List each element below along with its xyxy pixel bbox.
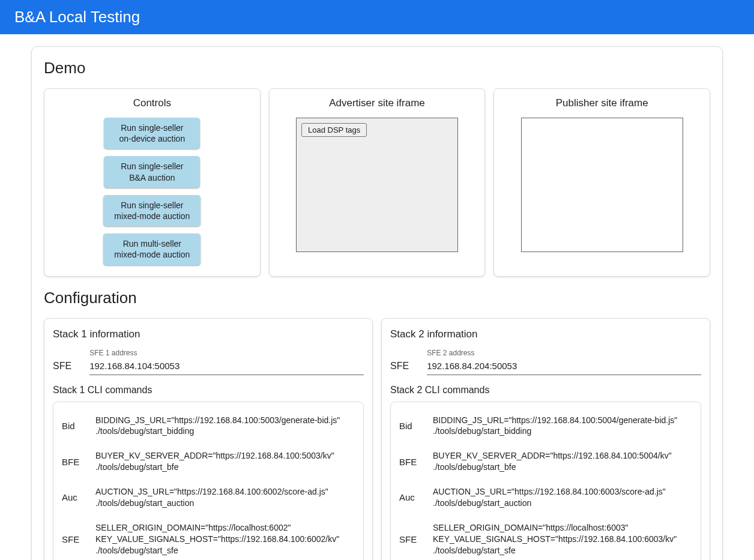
stack-1-cli-bfe: BFE BUYER_KV_SERVER_ADDR="https://192.16… bbox=[62, 444, 355, 480]
stack-2-sfe-label: SFE bbox=[390, 361, 409, 375]
run-single-seller-ondevice-button[interactable]: Run single-seller on-device auction bbox=[104, 118, 200, 149]
config-row: Stack 1 information SFE SFE 1 address St… bbox=[44, 318, 710, 561]
advertiser-panel: Advertiser site iframe Load DSP tags bbox=[269, 88, 486, 277]
cli-key: Bid bbox=[62, 421, 82, 431]
sfe-2-address-input[interactable] bbox=[427, 358, 701, 375]
app-title: B&A Local Testing bbox=[14, 8, 140, 26]
publisher-panel: Publisher site iframe bbox=[493, 88, 710, 277]
config-title: Configuration bbox=[44, 289, 710, 307]
stack-1-cli-box: Bid BIDDING_JS_URL="https://192.168.84.1… bbox=[53, 402, 364, 561]
run-single-seller-mixed-button[interactable]: Run single-seller mixed-mode auction bbox=[103, 195, 201, 226]
advertiser-title: Advertiser site iframe bbox=[278, 97, 477, 109]
publisher-iframe[interactable] bbox=[521, 118, 683, 252]
demo-row: Controls Run single-seller on-device auc… bbox=[44, 88, 710, 277]
publisher-title: Publisher site iframe bbox=[502, 97, 701, 109]
stack-2-addr-label: SFE 2 address bbox=[427, 349, 701, 357]
cli-val: AUCTION_JS_URL="https://192.168.84.100:6… bbox=[433, 486, 666, 509]
stack-1-info-title: Stack 1 information bbox=[53, 328, 364, 340]
cli-val: BUYER_KV_SERVER_ADDR="https://192.168.84… bbox=[95, 450, 334, 473]
app-header: B&A Local Testing bbox=[0, 0, 754, 34]
controls-panel: Controls Run single-seller on-device auc… bbox=[44, 88, 261, 277]
controls-list: Run single-seller on-device auction Run … bbox=[53, 118, 252, 265]
run-single-seller-ba-button[interactable]: Run single-seller B&A auction bbox=[104, 156, 200, 187]
stack-1-card: Stack 1 information SFE SFE 1 address St… bbox=[44, 318, 373, 561]
stack-2-cli-title: Stack 2 CLI commands bbox=[390, 385, 701, 396]
stack-1-addr-label: SFE 1 address bbox=[89, 349, 364, 357]
stack-2-sfe-row: SFE SFE 2 address bbox=[390, 349, 701, 375]
stack-2-cli-bid: Bid BIDDING_JS_URL="https://192.168.84.1… bbox=[399, 408, 692, 444]
stack-1-cli-bid: Bid BIDDING_JS_URL="https://192.168.84.1… bbox=[62, 408, 355, 444]
cli-val: BIDDING_JS_URL="https://192.168.84.100:5… bbox=[95, 415, 340, 438]
stack-2-cli-sfe: SFE SELLER_ORIGIN_DOMAIN="https://localh… bbox=[399, 516, 692, 560]
stack-1-cli-sfe: SFE SELLER_ORIGIN_DOMAIN="https://localh… bbox=[62, 516, 355, 560]
stack-1-cli-auc: Auc AUCTION_JS_URL="https://192.168.84.1… bbox=[62, 480, 355, 516]
stack-1-addr-field: SFE 1 address bbox=[89, 349, 364, 375]
stack-1-cli-title: Stack 1 CLI commands bbox=[53, 385, 364, 396]
cli-key: Auc bbox=[62, 492, 82, 502]
cli-val: SELLER_ORIGIN_DOMAIN="https://localhost:… bbox=[95, 522, 339, 556]
run-multi-seller-mixed-button[interactable]: Run multi-seller mixed-mode auction bbox=[103, 233, 201, 265]
cli-key: BFE bbox=[399, 457, 420, 467]
cli-key: SFE bbox=[62, 534, 82, 544]
main-content: Demo Controls Run single-seller on-devic… bbox=[0, 34, 754, 560]
cli-val: BUYER_KV_SERVER_ADDR="https://192.168.84… bbox=[433, 450, 672, 473]
cli-key: BFE bbox=[62, 457, 82, 467]
demo-title: Demo bbox=[44, 59, 710, 77]
stack-2-addr-field: SFE 2 address bbox=[427, 349, 701, 375]
cli-key: Auc bbox=[399, 492, 420, 502]
cli-key: SFE bbox=[399, 534, 420, 544]
stack-1-sfe-label: SFE bbox=[53, 361, 71, 375]
cli-key: Bid bbox=[399, 421, 420, 431]
advertiser-iframe[interactable]: Load DSP tags bbox=[296, 118, 458, 252]
stack-2-card: Stack 2 information SFE SFE 2 address St… bbox=[381, 318, 710, 561]
stack-1-sfe-row: SFE SFE 1 address bbox=[53, 349, 364, 375]
stack-2-info-title: Stack 2 information bbox=[390, 328, 701, 340]
load-dsp-tags-button[interactable]: Load DSP tags bbox=[301, 123, 367, 137]
cli-val: AUCTION_JS_URL="https://192.168.84.100:6… bbox=[95, 486, 328, 509]
stack-2-cli-auc: Auc AUCTION_JS_URL="https://192.168.84.1… bbox=[399, 480, 692, 516]
cli-val: SELLER_ORIGIN_DOMAIN="https://localhost:… bbox=[433, 522, 677, 556]
main-card: Demo Controls Run single-seller on-devic… bbox=[31, 46, 723, 560]
sfe-1-address-input[interactable] bbox=[89, 358, 364, 375]
controls-title: Controls bbox=[53, 97, 252, 109]
cli-val: BIDDING_JS_URL="https://192.168.84.100:5… bbox=[433, 415, 677, 438]
stack-2-cli-box: Bid BIDDING_JS_URL="https://192.168.84.1… bbox=[390, 402, 701, 561]
stack-2-cli-bfe: BFE BUYER_KV_SERVER_ADDR="https://192.16… bbox=[399, 444, 692, 480]
